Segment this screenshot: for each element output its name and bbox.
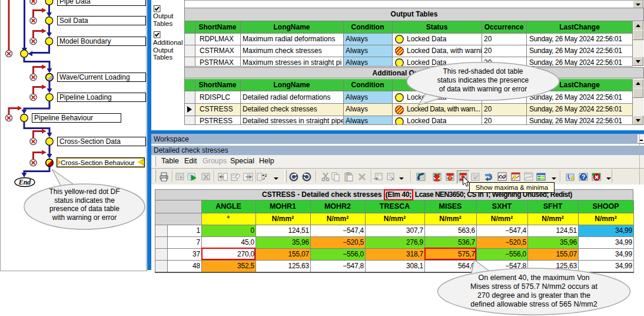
- svg-text:+2: +2: [262, 173, 267, 178]
- svg-text:?: ?: [582, 174, 585, 180]
